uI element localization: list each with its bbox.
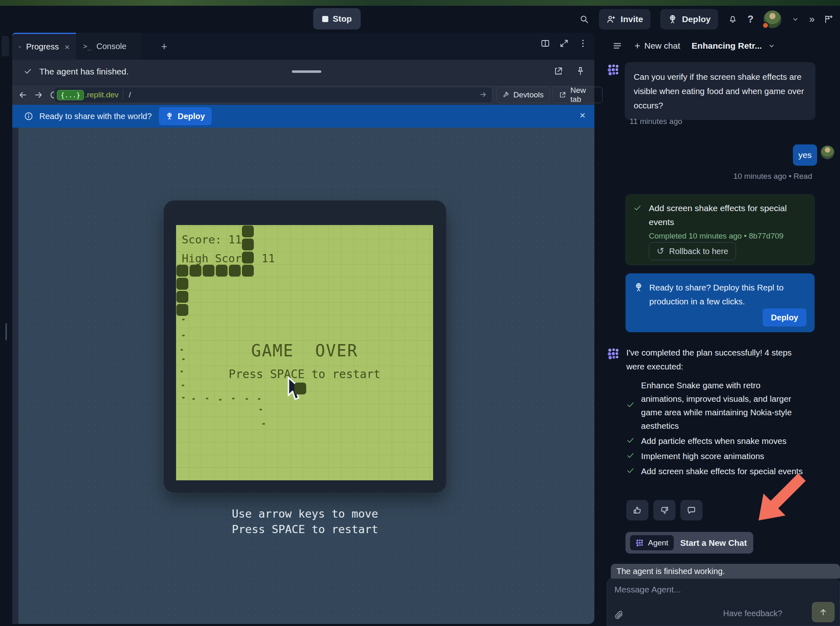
devtools-label: Devtools xyxy=(513,90,544,99)
kebab-icon[interactable] xyxy=(578,38,588,48)
chevron-down-icon[interactable] xyxy=(791,15,799,23)
banner-close-icon[interactable]: × xyxy=(580,110,585,121)
invite-person-icon xyxy=(606,14,616,24)
plan-item-text: Add particle effects when snake moves xyxy=(641,434,805,448)
devtools-button[interactable]: Devtools xyxy=(497,87,550,103)
new-chat-button[interactable]: + New chat xyxy=(635,40,680,52)
drag-handle[interactable] xyxy=(292,70,321,73)
browser-toolbar: {...} .replit.dev / Devtools New tab xyxy=(12,85,594,105)
pin-icon[interactable] xyxy=(576,66,585,76)
open-new-tab-button[interactable]: New tab xyxy=(553,87,603,103)
particle-effect xyxy=(182,358,185,360)
chat-title[interactable]: Enhancing Retr... xyxy=(692,41,762,51)
game-over-text: GAME OVER xyxy=(176,341,433,360)
agent-badge: Agent xyxy=(630,535,674,550)
banner-message: Ready to share with the world? xyxy=(39,112,152,121)
snake-segment xyxy=(190,265,201,277)
agent-status-text: The agent has finished. xyxy=(39,67,129,77)
deploy-globe-icon xyxy=(668,14,677,24)
rail-scrollbar[interactable] xyxy=(5,323,7,340)
new-tab-button[interactable]: + xyxy=(156,38,172,54)
user-avatar xyxy=(821,146,834,159)
tab-console-label: Console xyxy=(96,42,126,51)
game-frame: Score: 11 High Score: 11 GAME OVER Press… xyxy=(164,200,446,493)
invite-button[interactable]: Invite xyxy=(599,9,650,29)
snake-segment xyxy=(229,265,241,277)
tab-progress[interactable]: Progress × xyxy=(12,33,76,60)
avatar[interactable] xyxy=(763,10,781,28)
start-new-chat-button[interactable]: Agent Start a New Chat xyxy=(625,532,753,554)
url-bar[interactable]: {...} .replit.dev / xyxy=(54,87,492,103)
url-badge: {...} xyxy=(57,90,84,100)
stop-button[interactable]: Stop xyxy=(313,8,361,29)
rollback-button[interactable]: ↺ Rollback to here xyxy=(649,242,736,260)
food-cell xyxy=(294,383,306,394)
check-icon xyxy=(626,401,635,410)
plan-intro-text: I've completed the plan successfully! 4 … xyxy=(626,346,806,374)
plus-icon: + xyxy=(635,40,640,52)
forward-icon[interactable] xyxy=(34,90,43,100)
particle-effect xyxy=(182,335,185,336)
snake-segment xyxy=(176,291,188,303)
help-icon[interactable]: ? xyxy=(747,14,754,25)
agent-finished-text: The agent is finished working. xyxy=(616,567,725,576)
plan-item-text: Implement high score animations xyxy=(641,449,805,463)
snake-segment xyxy=(203,265,215,277)
bell-icon[interactable] xyxy=(728,14,738,24)
go-arrow-icon[interactable] xyxy=(479,90,487,99)
user-message: yes xyxy=(793,144,817,166)
agent-status-bar: The agent has finished. xyxy=(12,60,594,85)
snake-segment xyxy=(176,265,188,277)
browser-preview: Score: 11 High Score: 11 GAME OVER Press… xyxy=(12,128,594,624)
task-meta: Completed 10 minutes ago • 8b77d709 xyxy=(649,232,806,241)
particle-effect xyxy=(182,385,184,386)
message-timestamp: 11 minutes ago xyxy=(630,117,682,126)
popout-icon[interactable] xyxy=(553,66,563,76)
chevron-down-icon[interactable] xyxy=(768,42,776,50)
split-pane-icon[interactable] xyxy=(540,38,550,48)
flag-plus-icon[interactable] xyxy=(824,14,833,24)
deploy-promo-card: Ready to share? Deploy this Repl to prod… xyxy=(625,273,815,332)
hint-line-2: Press SPACE to restart xyxy=(164,522,446,537)
deploy-card-button[interactable]: Deploy xyxy=(763,308,806,327)
back-icon[interactable] xyxy=(18,90,28,100)
expand-icon[interactable] xyxy=(559,38,569,48)
search-icon[interactable] xyxy=(579,14,589,24)
plan-item: Enhance Snake game with retro animations… xyxy=(626,378,811,432)
paperclip-icon[interactable] xyxy=(614,610,623,620)
send-button[interactable] xyxy=(812,602,835,622)
feedback-link[interactable]: Have feedback? xyxy=(723,609,782,618)
stop-label: Stop xyxy=(333,14,352,24)
collapse-panel-icon[interactable]: » xyxy=(809,14,814,25)
snake-segment xyxy=(242,225,254,237)
list-icon[interactable] xyxy=(612,41,622,51)
agent-chat-panel: + New chat Enhancing Retr... Can you ver… xyxy=(605,33,840,626)
message-input[interactable] xyxy=(614,585,790,594)
snake-segment xyxy=(176,304,188,316)
hint-line-1: Use arrow keys to move xyxy=(164,506,446,522)
user-message-text: yes xyxy=(798,150,812,160)
snake-segment xyxy=(216,265,228,277)
particle-effect xyxy=(206,398,208,399)
comment-icon[interactable] xyxy=(680,500,702,520)
tab-progress-label: Progress xyxy=(26,42,59,52)
banner-deploy-button[interactable]: Deploy xyxy=(159,107,212,125)
deploy-card-text: Ready to share? Deploy this Repl to prod… xyxy=(649,281,801,308)
banner-deploy-label: Deploy xyxy=(178,112,205,121)
particle-effect xyxy=(232,398,235,399)
particle-effect xyxy=(181,371,183,372)
game-screen[interactable]: Score: 11 High Score: 11 GAME OVER Press… xyxy=(176,225,433,480)
deploy-button[interactable]: Deploy xyxy=(660,9,718,29)
new-chat-label: New chat xyxy=(644,41,680,51)
check-icon xyxy=(626,436,635,446)
url-domain: .replit.dev xyxy=(85,90,118,99)
collapsed-sidebar-stub[interactable] xyxy=(2,36,9,56)
particle-effect xyxy=(192,398,195,400)
particle-effect xyxy=(219,399,221,401)
thumbs-down-icon[interactable] xyxy=(653,500,675,520)
tab-strip: Progress × >_ Console + xyxy=(12,33,594,60)
close-icon[interactable]: × xyxy=(65,42,70,52)
left-rail xyxy=(0,33,11,626)
thumbs-up-icon[interactable] xyxy=(626,500,648,520)
tab-console[interactable]: >_ Console xyxy=(77,33,141,60)
